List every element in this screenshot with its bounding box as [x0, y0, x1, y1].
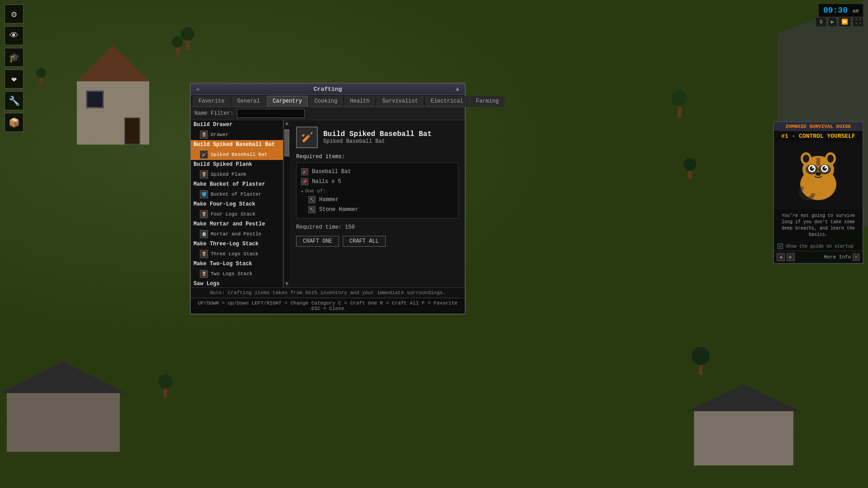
tab-farming[interactable]: Farming	[470, 96, 505, 107]
tab-health[interactable]: Health	[344, 96, 375, 107]
hud-icon-skills[interactable]: 🎓	[5, 48, 24, 67]
recipe-four-log[interactable]: Make Four-Log Stack	[191, 200, 283, 209]
required-time-label: Required time: 150	[296, 224, 355, 230]
window-titlebar: ✕ Crafting ▲	[191, 84, 465, 95]
craft-all-button[interactable]: CRAFT ALL	[343, 236, 386, 247]
svg-point-11	[822, 166, 827, 171]
req-hammer: 🔨 Hammer	[301, 195, 453, 205]
raccoon-svg	[789, 146, 848, 205]
two-log-label: Two Logs Stack	[211, 271, 252, 277]
guide-bottom-row: ◀ ▶ More Info ✕	[774, 251, 863, 263]
tab-cooking[interactable]: Cooking	[309, 96, 343, 107]
recipe-two-log-sub[interactable]: 🪵 Two Logs Stack	[191, 268, 283, 279]
req-baseball-bat: 🏏 Baseball Bat	[301, 167, 453, 177]
recipe-spiked-plank-sub[interactable]: 🪵 Spiked Plank	[191, 169, 283, 180]
recipe-build-drawer[interactable]: Build Drawer	[191, 120, 283, 129]
tree-7	[36, 68, 46, 84]
media-expand[interactable]: ⛶	[853, 17, 863, 27]
tab-general[interactable]: General	[231, 96, 266, 107]
building-house-right	[687, 384, 800, 465]
stone-hammer-label: Stone Hammer	[319, 206, 358, 213]
shed-window	[86, 90, 104, 108]
hud-icon-view[interactable]: 👁	[5, 26, 24, 45]
recipe-mortar[interactable]: Make Mortar and Pestle	[191, 220, 283, 229]
scroll-up-arrow[interactable]: ▲	[284, 120, 290, 127]
media-ff[interactable]: ⏩	[839, 17, 851, 27]
guide-prev-button[interactable]: ◀	[777, 253, 785, 261]
window-close-button[interactable]: ✕	[194, 85, 202, 93]
clock-display: 09:30 AM	[818, 4, 863, 17]
shed-roof	[68, 45, 158, 81]
tree-4	[684, 158, 696, 179]
recipe-list: Build Drawer 🪵 Drawer Build Spiked Baseb…	[191, 120, 283, 287]
recipe-drawer-sub[interactable]: 🪵 Drawer	[191, 129, 283, 140]
required-time: Required time: 150	[296, 224, 458, 230]
recipe-spiked-bat-sub[interactable]: 🏏 Spiked Baseball Bat	[191, 149, 283, 160]
svg-point-5	[827, 155, 834, 163]
recipe-spiked-plank[interactable]: Build Spiked Plank	[191, 160, 283, 169]
spiked-plank-label: Spiked Plank	[211, 172, 246, 177]
scroll-thumb[interactable]	[284, 129, 289, 156]
recipe-three-log[interactable]: Make Three-Log Stack	[191, 239, 283, 249]
building-shed	[68, 45, 158, 145]
craft-one-button[interactable]: CRAFT ONE	[296, 236, 339, 247]
mortar-label: Mortar and Pestle	[211, 231, 261, 237]
svg-point-14	[816, 172, 821, 176]
window-title: Crafting	[202, 86, 454, 93]
tab-survivalist[interactable]: Survivalist	[376, 96, 424, 107]
svg-point-12	[812, 167, 814, 169]
guide-next-button[interactable]: ▶	[787, 253, 795, 261]
hud-icon-health[interactable]: ❤	[5, 70, 24, 89]
guide-more-info-button[interactable]: More Info	[797, 254, 851, 260]
req-one-of-label: One of:	[301, 187, 453, 195]
craft-buttons: CRAFT ONE CRAFT ALL	[296, 236, 458, 247]
hammer-label: Hammer	[319, 197, 339, 203]
svg-rect-15	[816, 158, 820, 166]
stone-hammer-icon: 🔨	[308, 206, 316, 213]
three-log-label: Three Logs Stack	[211, 251, 259, 257]
required-items-label: Required items:	[296, 154, 458, 160]
scroll-track	[284, 127, 290, 281]
three-log-icon: 🪵	[200, 250, 208, 258]
nails-icon: 📌	[301, 178, 308, 185]
recipe-saw-logs[interactable]: Saw Logs	[191, 279, 283, 287]
four-log-icon: 🪵	[200, 210, 208, 218]
detail-item-icon: 🏏	[296, 127, 318, 148]
scroll-down-arrow[interactable]: ▼	[284, 281, 290, 287]
tab-carpentry[interactable]: Carpentry	[267, 96, 308, 107]
baseball-bat-icon: 🏏	[301, 168, 308, 175]
tab-favorite[interactable]: Favorite	[193, 96, 231, 107]
guide-show-on-startup-label: Show the guide on startup	[786, 244, 854, 249]
name-filter-label: Name Filter:	[194, 110, 233, 117]
recipe-bucket-plaster[interactable]: Make Bucket of Plaster	[191, 180, 283, 189]
media-play[interactable]: ▶	[828, 17, 837, 27]
recipe-spiked-bat[interactable]: Build Spiked Baseball Bat	[191, 140, 283, 149]
shortcuts-bar: UP/DOWN = Up/Down LEFT/RIGHT = Change Ca…	[191, 298, 465, 314]
tree-2	[172, 36, 183, 54]
hud-icon-inventory[interactable]: 📦	[5, 113, 24, 132]
name-filter-input[interactable]	[237, 109, 305, 118]
window-minimize-button[interactable]: ▲	[454, 85, 461, 93]
hud-icon-settings[interactable]: ⚙	[5, 5, 24, 23]
svg-point-13	[825, 167, 826, 169]
baseball-bat-label: Baseball Bat	[312, 169, 351, 175]
tabs-row: Favorite General Carpentry Cooking Healt…	[191, 95, 465, 107]
guide-panel-title: ZOMBOID SURVIVAL GUIDE	[774, 122, 863, 131]
bucket-plaster-icon: 🪣	[200, 190, 208, 198]
media-pause[interactable]: ⏸	[816, 17, 826, 27]
recipe-mortar-sub[interactable]: 🫙 Mortar and Pestle	[191, 229, 283, 239]
house-roof-right	[687, 384, 800, 411]
bucket-plaster-label: Bucket of Plaster	[211, 192, 261, 197]
guide-checkbox-row: ✓ Show the guide on startup	[774, 242, 863, 251]
guide-show-on-startup-checkbox[interactable]: ✓	[778, 244, 783, 249]
tab-electrical[interactable]: Electrical	[425, 96, 469, 107]
recipe-four-log-sub[interactable]: 🪵 Four Logs Stack	[191, 209, 283, 220]
window-footer-note: Note: Crafting items taken from both inv…	[191, 287, 465, 298]
recipe-two-log[interactable]: Make Two-Log Stack	[191, 259, 283, 268]
guide-close-button[interactable]: ✕	[853, 253, 860, 261]
hud-icon-crafting[interactable]: 🔧	[5, 91, 24, 110]
recipe-three-log-sub[interactable]: 🪵 Three Logs Stack	[191, 249, 283, 259]
nails-label: Nails x 5	[312, 178, 341, 185]
recipe-bucket-plaster-sub[interactable]: 🪣 Bucket of Plaster	[191, 189, 283, 200]
house-wall-left	[7, 393, 120, 452]
